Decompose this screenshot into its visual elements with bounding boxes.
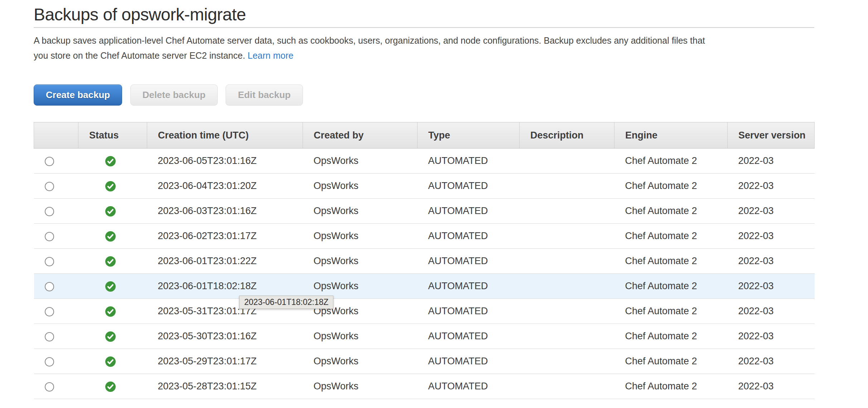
row-radio-button[interactable]: [45, 357, 54, 366]
learn-more-link[interactable]: Learn more: [248, 50, 294, 60]
table-row: 2023-06-03T23:01:16Z OpsWorks AUTOMATED …: [34, 199, 815, 224]
check-circle-icon: [105, 382, 116, 392]
created-by-cell: OpsWorks: [303, 149, 418, 174]
column-header-status: Status: [78, 122, 147, 149]
table-row: 2023-06-05T23:01:16Z OpsWorks AUTOMATED …: [34, 149, 815, 174]
page-title: Backups of opswork-migrate: [34, 0, 814, 26]
server-version-cell: 2022-03: [728, 224, 815, 249]
type-cell: AUTOMATED: [418, 274, 520, 299]
column-header-engine: Engine: [614, 122, 728, 149]
creation-time-tooltip: 2023-06-01T18:02:18Z: [239, 296, 333, 309]
creation-time-cell: 2023-06-04T23:01:20Z: [147, 174, 303, 199]
creation-time-cell: 2023-06-05T23:01:16Z: [147, 149, 303, 174]
check-circle-icon: [105, 156, 116, 166]
creation-time-cell: 2023-06-01T18:02:18Z: [147, 274, 303, 299]
table-row: 2023-06-01T18:02:18Z OpsWorks AUTOMATED …: [34, 274, 815, 299]
check-circle-icon: [105, 181, 116, 191]
creation-time-cell: 2023-05-29T23:01:17Z: [147, 349, 303, 374]
status-cell: [78, 149, 147, 174]
status-cell: [78, 274, 147, 299]
description-cell: [520, 249, 614, 274]
server-version-cell: 2022-03: [728, 149, 815, 174]
select-cell: [34, 299, 78, 324]
status-cell: [78, 324, 147, 349]
type-cell: AUTOMATED: [418, 374, 520, 399]
table-row: 2023-06-02T23:01:17Z OpsWorks AUTOMATED …: [34, 224, 815, 249]
description-line-2-text: you store on the Chef Automate server EC…: [34, 50, 245, 60]
creation-time-cell: 2023-05-30T23:01:16Z: [147, 324, 303, 349]
column-header-description: Description: [520, 122, 614, 149]
row-radio-button[interactable]: [45, 382, 54, 392]
type-cell: AUTOMATED: [418, 299, 520, 324]
select-cell: [34, 199, 78, 224]
engine-cell: Chef Automate 2: [614, 174, 728, 199]
check-circle-icon: [105, 356, 116, 367]
type-cell: AUTOMATED: [418, 324, 520, 349]
select-cell: [34, 349, 78, 374]
column-header-select: [34, 122, 78, 149]
table-header-row: Status Creation time (UTC) Created by Ty…: [34, 122, 815, 149]
select-cell: [34, 224, 78, 249]
description-line-1: A backup saves application-level Chef Au…: [34, 33, 814, 48]
status-cell: [78, 299, 147, 324]
table-row: 2023-05-29T23:01:17Z OpsWorks AUTOMATED …: [34, 349, 815, 374]
select-cell: [34, 249, 78, 274]
table-row: 2023-05-31T23:01:17Z OpsWorks AUTOMATED …: [34, 299, 815, 324]
description-cell: [520, 274, 614, 299]
toolbar: Create backup Delete backup Edit backup: [34, 84, 814, 106]
backup-description: A backup saves application-level Chef Au…: [34, 33, 814, 63]
row-radio-button[interactable]: [45, 207, 54, 216]
engine-cell: Chef Automate 2: [614, 349, 728, 374]
creation-time-cell: 2023-06-02T23:01:17Z: [147, 224, 303, 249]
row-radio-button[interactable]: [45, 157, 54, 166]
table-row: 2023-06-01T23:01:22Z OpsWorks AUTOMATED …: [34, 249, 815, 274]
server-version-cell: 2022-03: [728, 249, 815, 274]
row-radio-button[interactable]: [45, 282, 54, 291]
select-cell: [34, 274, 78, 299]
creation-time-cell: 2023-06-03T23:01:16Z: [147, 199, 303, 224]
type-cell: AUTOMATED: [418, 149, 520, 174]
select-cell: [34, 174, 78, 199]
status-cell: [78, 199, 147, 224]
create-backup-button[interactable]: Create backup: [34, 84, 122, 106]
column-header-server-version: Server version: [728, 122, 815, 149]
status-cell: [78, 224, 147, 249]
edit-backup-button[interactable]: Edit backup: [226, 84, 303, 106]
type-cell: AUTOMATED: [418, 174, 520, 199]
created-by-cell: OpsWorks: [303, 199, 418, 224]
select-cell: [34, 324, 78, 349]
engine-cell: Chef Automate 2: [614, 224, 728, 249]
engine-cell: Chef Automate 2: [614, 299, 728, 324]
server-version-cell: 2022-03: [728, 374, 815, 399]
engine-cell: Chef Automate 2: [614, 374, 728, 399]
description-cell: [520, 349, 614, 374]
row-radio-button[interactable]: [45, 257, 54, 266]
description-cell: [520, 324, 614, 349]
engine-cell: Chef Automate 2: [614, 324, 728, 349]
column-header-created-by: Created by: [303, 122, 418, 149]
check-circle-icon: [105, 331, 116, 342]
row-radio-button[interactable]: [45, 232, 54, 241]
table-row: 2023-06-04T23:01:20Z OpsWorks AUTOMATED …: [34, 174, 815, 199]
row-radio-button[interactable]: [45, 307, 54, 316]
type-cell: AUTOMATED: [418, 249, 520, 274]
row-radio-button[interactable]: [45, 182, 54, 191]
server-version-cell: 2022-03: [728, 199, 815, 224]
description-cell: [520, 374, 614, 399]
created-by-cell: OpsWorks: [303, 349, 418, 374]
engine-cell: Chef Automate 2: [614, 199, 728, 224]
row-radio-button[interactable]: [45, 332, 54, 341]
server-version-cell: 2022-03: [728, 349, 815, 374]
created-by-cell: OpsWorks: [303, 224, 418, 249]
engine-cell: Chef Automate 2: [614, 274, 728, 299]
status-cell: [78, 374, 147, 399]
title-divider: [34, 27, 814, 28]
creation-time-cell: 2023-06-01T23:01:22Z: [147, 249, 303, 274]
engine-cell: Chef Automate 2: [614, 149, 728, 174]
created-by-cell: OpsWorks: [303, 274, 418, 299]
type-cell: AUTOMATED: [418, 199, 520, 224]
server-version-cell: 2022-03: [728, 299, 815, 324]
table-row: 2023-05-28T23:01:15Z OpsWorks AUTOMATED …: [34, 374, 815, 399]
delete-backup-button[interactable]: Delete backup: [130, 84, 218, 106]
engine-cell: Chef Automate 2: [614, 249, 728, 274]
